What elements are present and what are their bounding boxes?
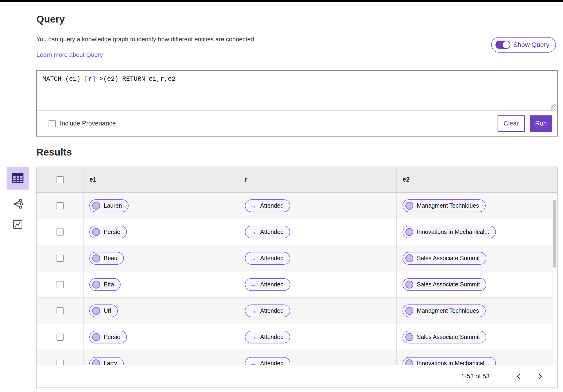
entity-circle-icon <box>92 333 100 341</box>
row-checkbox[interactable] <box>57 281 64 288</box>
results-title: Results <box>36 147 72 158</box>
table-row: Persie → Attended Sales Associate Summit <box>37 324 557 350</box>
relation-pill[interactable]: → Attended <box>245 304 290 317</box>
arrow-right-icon: → <box>250 281 257 288</box>
prev-page-button[interactable] <box>514 371 525 382</box>
query-editor-input[interactable]: MATCH (e1)-[r]->(e2) RETURN e1,r,e2 <box>37 71 557 111</box>
chart-view-button[interactable] <box>12 219 24 231</box>
graph-icon <box>13 199 23 210</box>
table-scrollbar[interactable] <box>552 193 557 389</box>
entity-pill[interactable]: Managment Techniques <box>403 199 486 212</box>
row-checkbox[interactable] <box>57 307 64 314</box>
entity-circle-icon <box>92 202 100 210</box>
table-header-row: e1 r e2 <box>37 167 557 193</box>
entity-circle-icon <box>405 307 413 315</box>
entity-circle-icon <box>92 280 100 289</box>
table-row: Lauren → Attended Managment Techniques <box>37 193 557 219</box>
pagination-range: 1-53 of 53 <box>461 373 490 380</box>
toggle-switch-on[interactable] <box>495 41 511 49</box>
row-checkbox[interactable] <box>57 202 64 209</box>
row-checkbox[interactable] <box>57 228 64 236</box>
entity-label: Innovations in Mechanical... <box>417 228 489 235</box>
pagination-footer: 1-53 of 53 <box>36 365 558 388</box>
include-provenance-label: Include Provenance <box>60 120 116 127</box>
entity-pill[interactable]: Managment Techniques <box>403 304 486 317</box>
entity-pill[interactable]: Sales Associate Summit <box>403 252 486 265</box>
entity-circle-icon <box>405 202 413 210</box>
relation-label: Attended <box>260 255 284 262</box>
entity-pill[interactable]: Sales Associate Summit <box>403 278 486 291</box>
top-window-edge <box>0 0 563 2</box>
table-icon <box>12 173 24 184</box>
scrollbar-thumb[interactable] <box>553 200 556 268</box>
relation-label: Attended <box>260 202 284 209</box>
relation-pill[interactable]: → Attended <box>245 331 290 343</box>
toggle-knob <box>503 41 510 48</box>
entity-circle-icon <box>405 228 413 236</box>
entity-pill[interactable]: Sales Associate Summit <box>403 331 486 343</box>
relation-pill[interactable]: → Attended <box>245 199 290 212</box>
chevron-left-icon <box>517 373 522 379</box>
column-header-e2: e2 <box>403 176 409 183</box>
clear-button[interactable]: Clear <box>498 115 525 132</box>
query-editor-panel: MATCH (e1)-[r]->(e2) RETURN e1,r,e2 Incl… <box>36 70 558 137</box>
relation-label: Attended <box>260 281 284 288</box>
page-description: You can query a knowledge graph to ident… <box>36 36 256 43</box>
arrow-right-icon: → <box>250 334 257 340</box>
table-row: Etta → Attended Sales Associate Summit <box>37 271 557 298</box>
relation-label: Attended <box>260 307 284 314</box>
table-view-button[interactable] <box>7 167 29 190</box>
entity-label: Sales Associate Summit <box>417 334 480 340</box>
learn-more-link[interactable]: Learn more about Query <box>36 51 103 58</box>
arrow-right-icon: → <box>250 202 257 209</box>
relation-pill[interactable]: → Attended <box>245 252 290 265</box>
entity-circle-icon <box>92 254 100 262</box>
arrow-right-icon: → <box>250 229 257 235</box>
results-view-switcher <box>7 167 29 231</box>
relation-label: Attended <box>260 334 284 340</box>
entity-label: Sales Associate Summit <box>417 281 480 288</box>
entity-circle-icon <box>405 333 413 341</box>
graph-view-button[interactable] <box>12 198 24 210</box>
entity-label: Managment Techniques <box>417 307 479 314</box>
arrow-right-icon: → <box>250 308 257 314</box>
table-body: Lauren → Attended Managment Techniques P… <box>37 193 557 377</box>
page-title: Query <box>36 14 65 25</box>
query-editor-footer: Include Provenance Clear Run <box>37 111 557 136</box>
show-query-label: Show Query <box>513 41 550 49</box>
entity-pill[interactable]: Lauren <box>89 199 128 212</box>
entity-pill[interactable]: Innovations in Mechanical... <box>403 226 496 238</box>
results-table: e1 r e2 Lauren → Attended Managment Tech… <box>36 166 558 389</box>
include-provenance-checkbox[interactable] <box>49 120 56 127</box>
row-checkbox[interactable] <box>57 334 64 341</box>
entity-circle-icon <box>405 280 413 289</box>
relation-pill[interactable]: → Attended <box>245 226 290 238</box>
entity-pill[interactable]: Uri <box>89 304 118 317</box>
entity-pill[interactable]: Etta <box>89 278 121 291</box>
entity-circle-icon <box>92 228 100 236</box>
select-all-checkbox[interactable] <box>57 176 64 183</box>
run-button[interactable]: Run <box>530 115 552 132</box>
show-query-toggle[interactable]: Show Query <box>491 37 556 52</box>
arrow-right-icon: → <box>250 255 257 262</box>
chart-icon <box>13 220 23 230</box>
entity-label: Persie <box>104 334 120 340</box>
table-row: Persie → Attended Innovations in Mechani… <box>37 219 557 245</box>
row-checkbox[interactable] <box>57 255 64 262</box>
table-row: Uri → Attended Managment Techniques <box>37 298 557 324</box>
entity-label: Persie <box>104 228 120 235</box>
entity-pill[interactable]: Persie <box>89 331 127 343</box>
entity-label: Uri <box>104 307 111 314</box>
table-row: Beau → Attended Sales Associate Summit <box>37 245 557 271</box>
column-header-r: r <box>245 176 247 183</box>
entity-label: Lauren <box>104 202 122 209</box>
entity-circle-icon <box>405 254 413 262</box>
entity-pill[interactable]: Persie <box>89 226 127 238</box>
next-page-button[interactable] <box>533 371 544 382</box>
entity-circle-icon <box>92 307 100 315</box>
relation-pill[interactable]: → Attended <box>245 278 290 291</box>
chevron-right-icon <box>536 373 542 379</box>
entity-label: Etta <box>104 281 114 288</box>
relation-label: Attended <box>260 228 284 235</box>
entity-pill[interactable]: Beau <box>89 252 124 265</box>
